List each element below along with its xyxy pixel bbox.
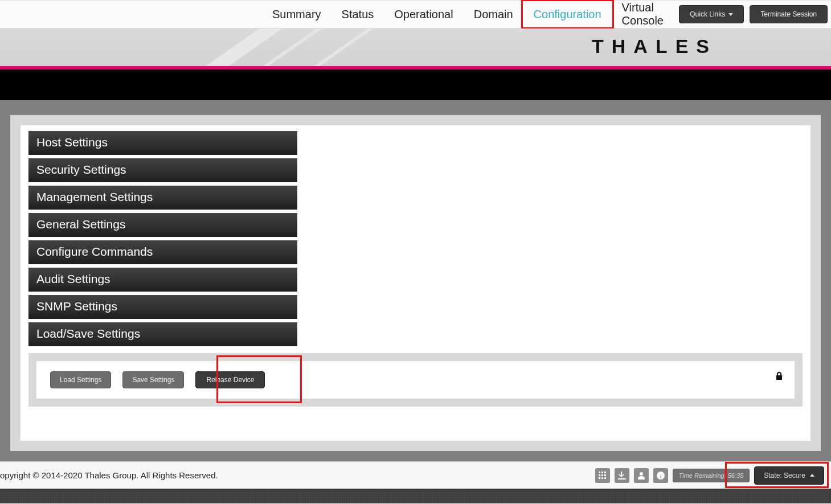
svg-rect-1 — [601, 472, 603, 473]
terminate-session-button[interactable]: Terminate Session — [750, 5, 828, 23]
accordion-general-settings[interactable]: General Settings — [28, 213, 297, 237]
brand-logo: THALES — [592, 35, 717, 58]
tab-virtual-console[interactable]: Virtual Console — [612, 1, 679, 28]
state-secure-button[interactable]: State: Secure — [754, 466, 824, 485]
chevron-down-icon — [728, 13, 733, 16]
grid-icon[interactable] — [595, 468, 610, 483]
tab-configuration-label: Configuration — [534, 8, 601, 21]
accordion-management-settings[interactable]: Management Settings — [28, 186, 297, 210]
black-bar — [0, 69, 831, 100]
accordion-snmp-settings[interactable]: SNMP Settings — [28, 295, 297, 319]
release-device-button[interactable]: Release Device — [195, 371, 265, 388]
time-remaining-chip: Time Remaining: 56:35 — [673, 469, 750, 482]
brand-banner: THALES — [0, 28, 831, 66]
accordion-audit-settings[interactable]: Audit Settings — [28, 268, 297, 292]
svg-rect-2 — [604, 472, 606, 473]
accordion-host-settings[interactable]: Host Settings — [28, 131, 297, 155]
user-icon[interactable] — [634, 468, 649, 483]
svg-rect-3 — [599, 474, 600, 476]
tab-configuration[interactable]: Configuration — [523, 1, 612, 28]
window-resize-grip — [0, 489, 831, 503]
footer-right: i Time Remaining: 56:35 State: Secure — [595, 466, 824, 485]
tab-domain[interactable]: Domain — [464, 1, 523, 28]
info-icon[interactable]: i — [653, 468, 668, 483]
panel-outer: Host Settings Security Settings Manageme… — [10, 115, 821, 451]
quick-links-button[interactable]: Quick Links — [679, 5, 744, 23]
time-remaining-label: Time Remaining: — [679, 472, 726, 479]
svg-text:i: i — [660, 473, 661, 479]
chevron-up-icon — [810, 474, 814, 477]
svg-rect-4 — [601, 474, 603, 476]
footer: opyright © 2014-2020 Thales Group. All R… — [0, 461, 831, 489]
quick-links-label: Quick Links — [690, 10, 725, 18]
accordion-configure-commands[interactable]: Configure Commands — [28, 240, 297, 264]
tab-status[interactable]: Status — [331, 1, 384, 28]
accordion-load-save-settings[interactable]: Load/Save Settings — [28, 322, 297, 346]
load-settings-button[interactable]: Load Settings — [50, 371, 111, 388]
content-area: Host Settings Security Settings Manageme… — [0, 100, 831, 461]
svg-rect-8 — [604, 477, 606, 479]
top-right-buttons: Quick Links Terminate Session — [679, 5, 828, 23]
top-nav: Summary Status Operational Domain Config… — [0, 0, 831, 28]
tab-operational[interactable]: Operational — [384, 1, 463, 28]
action-row-container: Load Settings Save Settings Release Devi… — [28, 353, 803, 407]
download-icon[interactable] — [615, 468, 629, 483]
action-row: Load Settings Save Settings Release Devi… — [36, 361, 795, 399]
copyright-text: opyright © 2014-2020 Thales Group. All R… — [0, 470, 218, 480]
svg-rect-5 — [604, 474, 606, 476]
tab-summary[interactable]: Summary — [262, 1, 331, 28]
svg-rect-6 — [599, 477, 600, 479]
accordion-security-settings[interactable]: Security Settings — [28, 158, 297, 182]
svg-rect-7 — [601, 477, 603, 479]
svg-rect-0 — [599, 472, 600, 473]
lock-icon — [775, 371, 783, 383]
panel-inner: Host Settings Security Settings Manageme… — [21, 125, 810, 441]
state-label: State: Secure — [764, 472, 805, 480]
nav-tabs: Summary Status Operational Domain Config… — [262, 1, 679, 28]
save-settings-button[interactable]: Save Settings — [122, 371, 184, 388]
time-remaining-value: 56:35 — [728, 472, 744, 479]
settings-accordion: Host Settings Security Settings Manageme… — [28, 131, 297, 346]
